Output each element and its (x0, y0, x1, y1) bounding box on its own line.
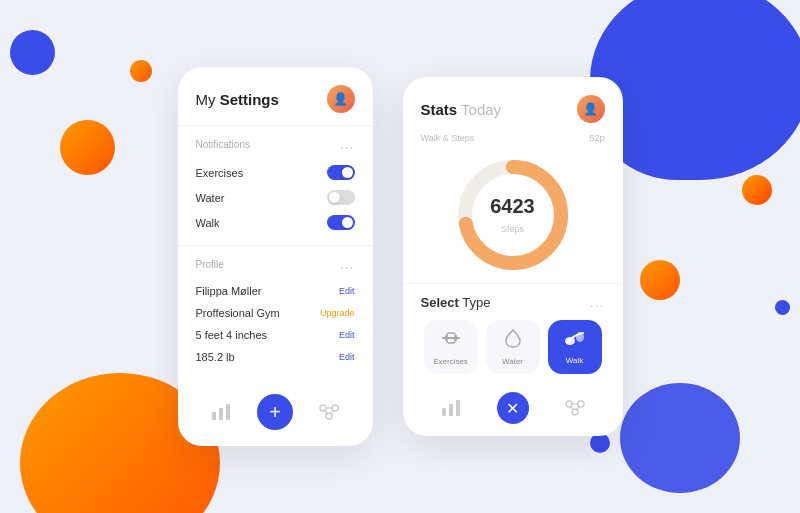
select-type-header: Select Type ... (421, 294, 605, 310)
stats-avatar: 👤 (577, 95, 605, 123)
settings-bottom-nav: + (178, 384, 373, 436)
type-buttons: Exercises Water (421, 320, 605, 374)
stats-card-header: Stats Today 👤 (403, 95, 623, 129)
svg-point-4 (332, 405, 338, 411)
profile-section: Profile ... Filippa Møller Edit Proffesi… (178, 246, 373, 378)
notifications-header: Notifications ... (196, 136, 355, 152)
profile-edit-name[interactable]: Edit (339, 286, 355, 296)
profile-header: Profile ... (196, 256, 355, 272)
stats-bottom-nav: ✕ (403, 382, 623, 426)
profile-name: Filippa Møller (196, 285, 262, 297)
stats-title-bold: Stats (421, 101, 458, 118)
stats-card: Stats Today 👤 Walk & Steps 52p 6423 Step… (403, 77, 623, 436)
select-type-menu-icon[interactable]: ... (590, 294, 605, 310)
cancel-button[interactable]: ✕ (497, 392, 529, 424)
walk-steps-value: 52p (589, 133, 604, 143)
svg-rect-1 (219, 408, 223, 420)
toggle-label-water: Water (196, 192, 225, 204)
settings-title-bold: Settings (220, 91, 279, 108)
type-btn-water-label: Water (502, 357, 523, 366)
svg-point-24 (572, 409, 578, 415)
settings-title: My Settings (196, 91, 279, 108)
toggle-water[interactable] (327, 190, 355, 205)
walk-steps-label: Walk & Steps (421, 133, 475, 143)
svg-rect-0 (212, 412, 216, 420)
profile-label: Profile (196, 259, 224, 270)
type-btn-walk[interactable]: Walk (548, 320, 602, 374)
toggle-row-walk: Walk (196, 210, 355, 235)
toggle-label-exercises: Exercises (196, 167, 244, 179)
select-type-section: Select Type ... (403, 283, 623, 382)
cancel-icon: ✕ (506, 399, 519, 418)
select-type-title-regular: Type (462, 295, 490, 310)
select-type-title: Select Type (421, 295, 491, 310)
settings-title-regular: My (196, 91, 216, 108)
stats-connect-icon[interactable] (561, 394, 589, 422)
toggle-exercises[interactable] (327, 165, 355, 180)
add-button[interactable]: + (257, 394, 293, 430)
notifications-section: Notifications ... Exercises Water Walk (178, 126, 373, 245)
donut-chart: 6423 Steps (421, 149, 605, 279)
settings-card: My Settings 👤 Notifications ... Exercise… (178, 67, 373, 446)
profile-weight: 185.2 lb (196, 351, 235, 363)
stats-title-regular: Today (461, 101, 501, 118)
walk-icon (565, 329, 585, 352)
toggle-label-walk: Walk (196, 217, 220, 229)
water-icon (504, 328, 522, 353)
profile-upgrade-gym[interactable]: Upgrade (320, 308, 355, 318)
profile-menu-icon[interactable]: ... (340, 256, 355, 272)
exercises-icon (441, 328, 461, 353)
profile-row-gym: Proffesional Gym Upgrade (196, 302, 355, 324)
profile-row-weight: 185.2 lb Edit (196, 346, 355, 368)
type-btn-walk-label: Walk (566, 356, 583, 365)
type-btn-exercises[interactable]: Exercises (424, 320, 478, 374)
walk-header: Walk & Steps 52p (421, 133, 605, 143)
profile-edit-weight[interactable]: Edit (339, 352, 355, 362)
select-type-title-bold: Select (421, 295, 459, 310)
toggle-knob-water (329, 192, 340, 203)
svg-point-3 (320, 405, 326, 411)
donut-center: 6423 Steps (490, 195, 535, 236)
donut-unit: Steps (501, 224, 524, 234)
svg-point-22 (566, 401, 572, 407)
toggle-row-water: Water (196, 185, 355, 210)
svg-rect-19 (442, 408, 446, 416)
settings-card-header: My Settings 👤 (178, 85, 373, 125)
svg-rect-16 (447, 337, 455, 339)
stats-chart-icon[interactable] (437, 394, 465, 422)
profile-gym: Proffesional Gym (196, 307, 280, 319)
svg-point-5 (326, 413, 332, 419)
toggle-walk[interactable] (327, 215, 355, 230)
donut-value: 6423 (490, 195, 535, 218)
connect-icon[interactable] (315, 398, 343, 426)
toggle-knob-exercises (342, 167, 353, 178)
profile-edit-height[interactable]: Edit (339, 330, 355, 340)
profile-height: 5 feet 4 inches (196, 329, 268, 341)
type-btn-exercises-label: Exercises (433, 357, 468, 366)
notifications-label: Notifications (196, 139, 250, 150)
notifications-menu-icon[interactable]: ... (340, 136, 355, 152)
walk-steps-section: Walk & Steps 52p 6423 Steps (403, 129, 623, 279)
avatar: 👤 (327, 85, 355, 113)
toggle-knob-walk (342, 217, 353, 228)
svg-rect-2 (226, 404, 230, 420)
chart-icon[interactable] (207, 398, 235, 426)
svg-rect-20 (449, 404, 453, 416)
svg-point-23 (578, 401, 584, 407)
type-btn-water[interactable]: Water (486, 320, 540, 374)
toggle-row-exercises: Exercises (196, 160, 355, 185)
profile-row-name: Filippa Møller Edit (196, 280, 355, 302)
stats-title: Stats Today (421, 101, 502, 118)
svg-rect-21 (456, 400, 460, 416)
profile-row-height: 5 feet 4 inches Edit (196, 324, 355, 346)
